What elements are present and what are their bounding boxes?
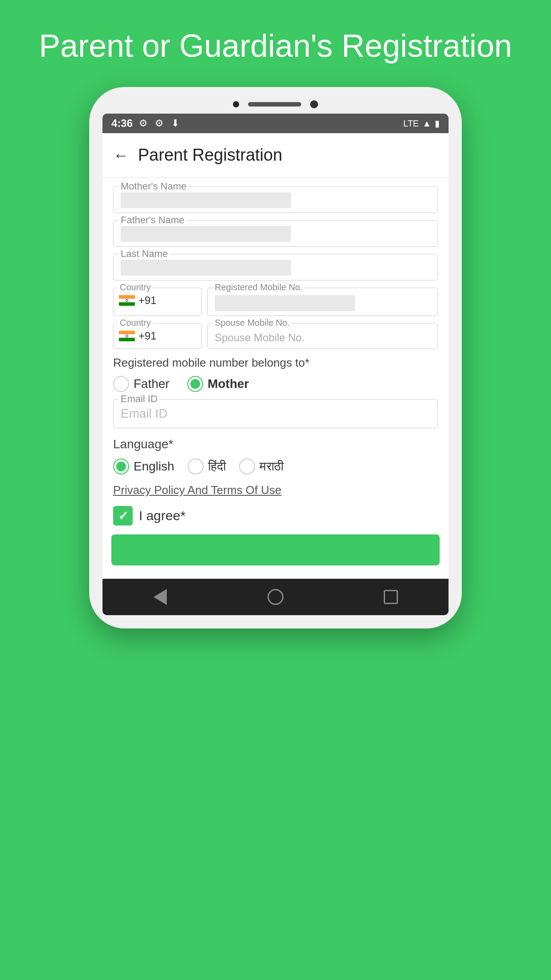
agree-row: ✓ I agree* <box>113 506 438 526</box>
lang-hindi-radio-outer <box>188 458 204 474</box>
privacy-link[interactable]: Privacy Policy And Terms Of Use <box>113 483 438 497</box>
country-box-1[interactable]: Country +91 <box>113 288 202 316</box>
back-triangle-icon <box>153 589 167 605</box>
fathers-name-value[interactable] <box>121 226 291 242</box>
radio-section-label: Registered mobile number belongs to* <box>113 356 438 370</box>
agree-checkbox[interactable]: ✓ <box>113 506 133 526</box>
speaker-icon <box>248 102 301 107</box>
country-box-2[interactable]: Country +91 <box>113 323 202 349</box>
camera-dot-icon <box>310 100 318 108</box>
back-button[interactable]: ← <box>113 146 129 165</box>
country-content-2: +91 <box>119 330 196 342</box>
fathers-name-label: Father's Name <box>119 214 186 226</box>
mothers-name-group: Mother's Name <box>113 186 438 213</box>
radio-father[interactable]: Father <box>113 376 169 392</box>
home-circle-icon <box>268 589 283 605</box>
mothers-name-label: Mother's Name <box>119 181 188 192</box>
radio-father-outer <box>113 376 129 392</box>
fathers-name-group: Father's Name <box>113 220 438 247</box>
lang-english[interactable]: English <box>113 458 174 474</box>
spouse-mobile-placeholder[interactable]: Spouse Mobile No. <box>215 332 430 344</box>
country-code-2: +91 <box>138 330 157 342</box>
radio-mother-inner <box>190 379 200 389</box>
recents-square-icon <box>384 590 398 604</box>
last-name-value[interactable] <box>121 260 291 276</box>
country-label-1: Country <box>118 282 153 292</box>
email-placeholder[interactable]: Email ID <box>121 407 430 421</box>
status-bar: 4:36 ⚙ ⚙ ⬇ LTE ▲ ▮ <box>102 114 449 133</box>
lang-marathi[interactable]: मराठी <box>239 458 283 474</box>
email-label: Email ID <box>119 393 159 405</box>
form-content: Mother's Name Father's Name Last Name Co… <box>102 178 449 579</box>
radio-mother-outer <box>187 376 203 392</box>
lte-label: LTE <box>403 119 419 129</box>
spouse-mobile-label: Spouse Mobile No. <box>213 318 291 328</box>
mobile-row-1: Country +91 Registered Mobile No. <box>113 288 438 316</box>
lang-marathi-label: मराठी <box>260 459 283 474</box>
back-nav-button[interactable] <box>149 586 171 608</box>
lang-hindi-label: हिंदी <box>208 459 226 474</box>
settings-icon-1: ⚙ <box>138 118 149 129</box>
lang-english-radio-inner <box>116 462 126 471</box>
mobile-row-2: Country +91 Spouse Mobile No. Spouse Mob… <box>113 323 438 349</box>
checkmark-icon: ✓ <box>118 509 128 523</box>
nav-bar <box>102 579 449 615</box>
submit-button[interactable] <box>111 534 440 565</box>
country-code-1: +91 <box>138 294 157 307</box>
status-right: LTE ▲ ▮ <box>403 118 440 129</box>
india-flag-1 <box>119 295 135 306</box>
status-left: 4:36 ⚙ ⚙ ⬇ <box>111 117 181 130</box>
language-section: Language* English हिंदी <box>113 437 438 474</box>
registered-mobile-value[interactable] <box>215 295 355 311</box>
page-title: Parent or Guardian's Registration <box>4 0 547 87</box>
lang-hindi[interactable]: हिंदी <box>188 458 226 474</box>
radio-section: Registered mobile number belongs to* Fat… <box>113 356 438 392</box>
app-header: ← Parent Registration <box>102 133 449 178</box>
phone-screen: 4:36 ⚙ ⚙ ⬇ LTE ▲ ▮ ← Parent Registration… <box>102 114 449 615</box>
status-time: 4:36 <box>111 117 133 130</box>
home-nav-button[interactable] <box>264 586 287 608</box>
phone-shell: 4:36 ⚙ ⚙ ⬇ LTE ▲ ▮ ← Parent Registration… <box>89 87 462 628</box>
app-title: Parent Registration <box>138 146 282 165</box>
lang-marathi-radio-outer <box>239 458 255 474</box>
agree-label: I agree* <box>139 508 185 523</box>
radio-father-label: Father <box>134 377 169 391</box>
spouse-mobile-box: Spouse Mobile No. Spouse Mobile No. <box>207 323 438 349</box>
battery-icon: ▮ <box>435 118 440 129</box>
language-title: Language* <box>113 437 438 451</box>
registered-mobile-label: Registered Mobile No. <box>213 282 304 292</box>
phone-top <box>102 100 449 108</box>
radio-mother-label: Mother <box>208 377 249 391</box>
settings-icon-2: ⚙ <box>154 118 165 129</box>
email-group: Email ID Email ID <box>113 399 438 428</box>
last-name-label: Last Name <box>119 248 169 260</box>
front-camera-icon <box>233 101 239 107</box>
country-content-1: +91 <box>119 294 196 307</box>
radio-row: Father Mother <box>113 376 438 392</box>
india-flag-2 <box>119 331 135 341</box>
recents-nav-button[interactable] <box>380 586 402 608</box>
signal-icon: ▲ <box>422 119 431 129</box>
download-icon: ⬇ <box>170 118 181 129</box>
registered-mobile-box: Registered Mobile No. <box>207 288 438 316</box>
last-name-group: Last Name <box>113 254 438 281</box>
lang-english-radio-outer <box>113 458 129 474</box>
mothers-name-value[interactable] <box>121 192 291 208</box>
lang-english-label: English <box>134 459 174 474</box>
radio-mother[interactable]: Mother <box>187 376 249 392</box>
country-label-2: Country <box>118 318 153 328</box>
language-row: English हिंदी मराठी <box>113 458 438 474</box>
